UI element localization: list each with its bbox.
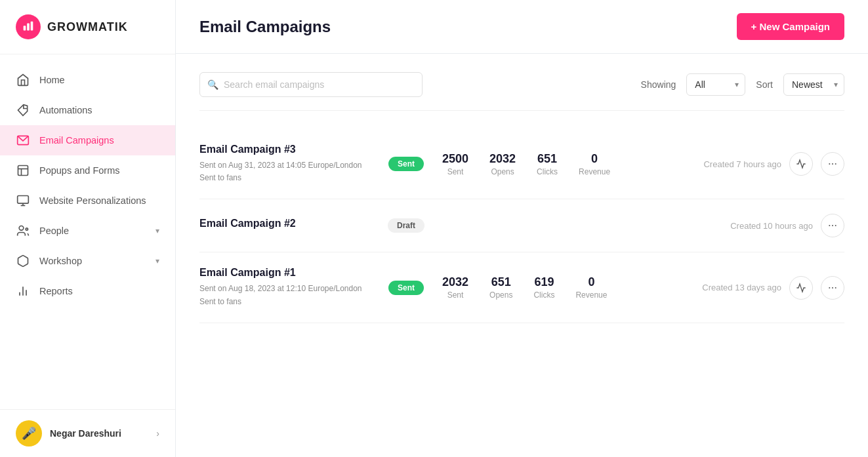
campaign-actions: Created 13 days ago (702, 276, 844, 300)
stat-label: Revenue (579, 167, 610, 176)
chevron-down-icon: ▾ (155, 256, 159, 266)
user-name: Negar Dareshuri (50, 428, 148, 439)
stat-value: 0 (575, 275, 607, 289)
status-badge: Sent (388, 281, 424, 295)
campaign-badge-wrap: Draft (383, 218, 429, 233)
sidebar-item-reports[interactable]: Reports (0, 276, 175, 306)
stat-value: 2032 (489, 152, 516, 166)
svg-point-21 (832, 287, 833, 288)
chevron-right-icon: › (156, 428, 159, 439)
svg-point-20 (829, 287, 830, 288)
user-profile[interactable]: 🎤 Negar Dareshuri › (0, 409, 175, 457)
new-campaign-button[interactable]: + New Campaign (737, 13, 844, 40)
home-icon (16, 73, 30, 87)
website-icon (16, 193, 30, 208)
sidebar-item-label: Reports (39, 286, 73, 296)
page-title: Email Campaigns (199, 18, 331, 36)
sidebar-item-label: Website Personalizations (39, 195, 146, 206)
svg-point-15 (832, 163, 833, 165)
sidebar-item-workshop[interactable]: Workshop ▾ (0, 246, 175, 276)
created-time: Created 7 hours ago (703, 159, 781, 169)
svg-point-19 (835, 225, 837, 226)
campaign-info: Email Campaign #3 Sent on Aug 31, 2023 a… (199, 144, 370, 184)
stat-item: 0 Revenue (575, 275, 607, 300)
svg-point-18 (832, 225, 833, 226)
sidebar-item-automations[interactable]: Automations (0, 95, 175, 125)
campaign-info: Email Campaign #2 (199, 218, 370, 233)
campaign-name: Email Campaign #1 (199, 267, 370, 279)
sort-select[interactable]: Newest Oldest (783, 73, 844, 96)
main-content: Email Campaigns + New Campaign 🔍 Showing… (176, 0, 868, 457)
stat-item: 2032 Opens (489, 152, 516, 176)
created-time: Created 10 hours ago (730, 221, 813, 231)
stat-item: 651 Clicks (537, 152, 558, 176)
more-options-button[interactable] (821, 214, 844, 237)
campaign-badge-wrap: Sent (383, 157, 429, 171)
sidebar-item-label: People (39, 226, 69, 236)
avatar-emoji: 🎤 (22, 426, 36, 441)
campaign-sent-to: Sent to fans (199, 296, 370, 308)
stat-item: 651 Opens (489, 275, 512, 300)
campaign-sent-on: Sent on Aug 31, 2023 at 14:05 Europe/Lon… (199, 159, 370, 172)
top-bar: Email Campaigns + New Campaign (176, 0, 868, 54)
status-badge: Sent (388, 157, 424, 171)
logo-icon (16, 14, 41, 39)
stat-label: Clicks (537, 167, 558, 176)
stat-value: 0 (579, 152, 610, 166)
svg-point-14 (829, 163, 830, 165)
filter-bar: 🔍 Showing All Sent Draft Sort Newest Old (199, 72, 844, 111)
campaign-sent-to: Sent to fans (199, 172, 370, 184)
popups-icon (16, 163, 30, 178)
stat-item: 0 Revenue (579, 152, 610, 176)
svg-point-22 (835, 287, 837, 288)
sidebar-item-label: Automations (39, 105, 93, 115)
stat-label: Revenue (575, 290, 607, 300)
svg-point-10 (19, 226, 24, 231)
stat-value: 651 (537, 152, 558, 166)
svg-rect-7 (18, 196, 29, 204)
search-icon: 🔍 (207, 79, 218, 90)
campaign-name: Email Campaign #2 (199, 218, 370, 229)
svg-rect-4 (18, 166, 28, 176)
campaign-sent-on: Sent on Aug 18, 2023 at 12:10 Europe/Lon… (199, 283, 370, 295)
sidebar-item-people[interactable]: People ▾ (0, 216, 175, 246)
table-row: Email Campaign #2 Draft Created 10 hours… (199, 199, 844, 252)
more-options-button[interactable] (821, 152, 844, 176)
stat-label: Opens (489, 167, 516, 176)
stat-value: 2032 (442, 275, 468, 289)
stat-label: Sent (442, 290, 468, 300)
main-nav: Home Automations Email Campaigns (0, 54, 175, 409)
stat-label: Sent (442, 167, 468, 176)
sidebar-item-popups[interactable]: Popups and Forms (0, 155, 175, 186)
stat-value: 2500 (442, 152, 468, 166)
sort-select-wrap: Newest Oldest (783, 73, 844, 96)
content-area: 🔍 Showing All Sent Draft Sort Newest Old (176, 54, 868, 457)
search-wrap: 🔍 (199, 72, 423, 97)
showing-label: Showing (641, 79, 676, 90)
sidebar-item-email-campaigns[interactable]: Email Campaigns (0, 125, 175, 155)
analytics-button[interactable] (789, 152, 813, 176)
campaign-meta: Sent on Aug 31, 2023 at 14:05 Europe/Lon… (199, 159, 370, 184)
search-input[interactable] (199, 72, 423, 97)
analytics-button[interactable] (789, 276, 813, 300)
logo-area: GROWMATIK (0, 0, 175, 54)
campaign-info: Email Campaign #1 Sent on Aug 18, 2023 a… (199, 267, 370, 308)
sidebar-item-website[interactable]: Website Personalizations (0, 186, 175, 216)
svg-rect-1 (27, 24, 30, 31)
workshop-icon (16, 254, 30, 268)
campaign-actions: Created 10 hours ago (730, 214, 844, 237)
sort-label: Sort (756, 79, 773, 90)
stat-item: 619 Clicks (533, 275, 554, 300)
campaigns-list: Email Campaign #3 Sent on Aug 31, 2023 a… (199, 129, 844, 323)
campaign-stats: 2032 Sent 651 Opens 619 Clicks 0 Revenue (442, 275, 689, 300)
more-options-button[interactable] (821, 276, 844, 300)
campaign-badge-wrap: Sent (383, 281, 429, 295)
stat-item: 2500 Sent (442, 152, 468, 176)
stat-label: Opens (489, 290, 512, 300)
showing-select[interactable]: All Sent Draft (686, 73, 745, 96)
reports-icon (16, 284, 30, 298)
sidebar-item-home[interactable]: Home (0, 65, 175, 95)
campaign-actions: Created 7 hours ago (703, 152, 844, 176)
chevron-down-icon: ▾ (155, 226, 159, 235)
campaign-stats: 2500 Sent 2032 Opens 651 Clicks 0 Revenu… (442, 152, 690, 176)
